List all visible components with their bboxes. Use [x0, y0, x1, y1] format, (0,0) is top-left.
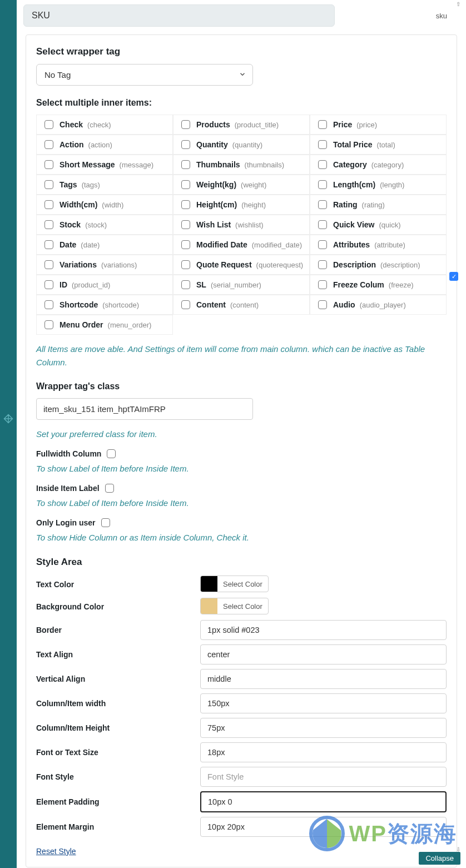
column-height-label: Column/Item Height	[36, 723, 200, 732]
wrapper-tag-select[interactable]: No Tag	[36, 64, 253, 86]
element-padding-input[interactable]	[200, 791, 447, 812]
item-date[interactable]: Date(date)	[36, 235, 173, 255]
column-slug-label: sku	[436, 12, 459, 20]
font-size-label: Font or Text Size	[36, 748, 200, 757]
bg-color-picker[interactable]: Select Color	[200, 598, 269, 614]
vertical-align-label: Vertical Align	[36, 674, 200, 683]
text-color-label: Text Color	[36, 580, 200, 589]
item-length[interactable]: Length(cm)(length)	[310, 175, 447, 195]
item-action[interactable]: Action(action)	[36, 135, 173, 155]
settings-panel: Select wrapper tag No Tag Select multipl…	[26, 34, 457, 867]
item-freeze-column[interactable]: Freeze Colum(freeze)	[310, 275, 447, 295]
item-attributes[interactable]: Attributes(attribute)	[310, 235, 447, 255]
column-height-input[interactable]	[200, 718, 447, 738]
text-color-picker[interactable]: Select Color	[200, 576, 269, 592]
only-login-checkbox[interactable]	[101, 518, 110, 527]
empty-cell	[173, 315, 310, 335]
inner-items-heading: Select multiple inner items:	[36, 98, 447, 108]
text-align-label: Text Align	[36, 650, 200, 659]
status-checkmark-icon: ✓	[449, 272, 458, 281]
wrapper-class-heading: Wrapper tag's class	[36, 381, 447, 391]
item-wish-list[interactable]: Wish List(wishlist)	[173, 215, 310, 235]
item-id[interactable]: ID(product_id)	[36, 275, 173, 295]
item-stock[interactable]: Stock(stock)	[36, 215, 173, 235]
inside-item-label-checkbox[interactable]	[105, 484, 114, 493]
empty-cell	[310, 315, 447, 335]
border-label: Border	[36, 626, 200, 634]
item-short-message[interactable]: Short Message(message)	[36, 155, 173, 175]
reset-style-link[interactable]: Reset Style	[36, 847, 76, 856]
watermark-logo: WP资源海	[309, 816, 457, 851]
only-login-hint: To show Hide Column or as Item inside Co…	[36, 531, 447, 544]
item-variations[interactable]: Variations(variations)	[36, 255, 173, 275]
border-input[interactable]	[200, 620, 447, 640]
item-shortcode[interactable]: Shortcode(shortcode)	[36, 295, 173, 315]
wp-logo-icon	[309, 816, 345, 851]
item-height[interactable]: Height(cm)(height)	[173, 195, 310, 215]
font-style-input[interactable]	[200, 767, 447, 787]
item-modified-date[interactable]: Modified Date(modified_date)	[173, 235, 310, 255]
vertical-align-input[interactable]	[200, 669, 447, 689]
item-quote-request[interactable]: Quote Request(quoterequest)	[173, 255, 310, 275]
color-swatch-icon	[201, 576, 217, 592]
inside-item-label-label: Inside Item Label	[36, 484, 100, 493]
item-quick-view[interactable]: Quick View(quick)	[310, 215, 447, 235]
fullwidth-checkbox[interactable]	[107, 449, 116, 458]
text-align-input[interactable]	[200, 644, 447, 664]
element-padding-label: Element Padding	[36, 797, 200, 806]
item-products[interactable]: Products(product_title)	[173, 115, 310, 135]
item-description[interactable]: Description(description)	[310, 255, 447, 275]
fullwidth-label: Fullwidth Column	[36, 449, 101, 458]
column-width-label: Column/Item width	[36, 699, 200, 708]
fullwidth-hint: To show Label of Item before Inside Item…	[36, 462, 447, 475]
item-weight[interactable]: Weight(kg)(weight)	[173, 175, 310, 195]
item-rating[interactable]: Rating(rating)	[310, 195, 447, 215]
item-content[interactable]: Content(content)	[173, 295, 310, 315]
inside-item-label-hint: To show Label of Item before Inside Item…	[36, 497, 447, 510]
only-login-label: Only Login user	[36, 518, 96, 527]
wrapper-class-input[interactable]	[36, 398, 253, 420]
item-total-price[interactable]: Total Price(total)	[310, 135, 447, 155]
color-swatch-icon	[201, 598, 217, 614]
item-menu-order[interactable]: Menu Order(menu_order)	[36, 315, 173, 335]
inner-items-hint: All Items are move able. And Settings of…	[36, 343, 447, 369]
column-width-input[interactable]	[200, 693, 447, 713]
item-sl[interactable]: SL(serial_number)	[173, 275, 310, 295]
scroll-up-arrow: ⇧	[456, 1, 460, 7]
element-margin-label: Element Margin	[36, 822, 200, 831]
item-category[interactable]: Category(category)	[310, 155, 447, 175]
font-size-input[interactable]	[200, 742, 447, 762]
item-audio[interactable]: Audio(audio_player)	[310, 295, 447, 315]
item-tags[interactable]: Tags(tags)	[36, 175, 173, 195]
column-title-input[interactable]	[23, 4, 335, 27]
wrapper-class-hint: Set your preferred class for item.	[36, 428, 447, 441]
wrapper-tag-heading: Select wrapper tag	[36, 46, 447, 57]
style-area-heading: Style Area	[36, 557, 447, 568]
collapse-button[interactable]: Collapse	[419, 852, 460, 865]
item-price[interactable]: Price(price)	[310, 115, 447, 135]
font-style-label: Font Style	[36, 772, 200, 781]
item-width[interactable]: Width(cm)(width)	[36, 195, 173, 215]
item-quantity[interactable]: Quantity(quantity)	[173, 135, 310, 155]
inner-items-grid: Check(check) Products(product_title) Pri…	[36, 115, 447, 335]
item-thumbnails[interactable]: Thumbnails(thumbnails)	[173, 155, 310, 175]
item-check[interactable]: Check(check)	[36, 115, 173, 135]
bg-color-label: Background Color	[36, 602, 200, 611]
drag-handle-icon[interactable]	[0, 414, 17, 426]
